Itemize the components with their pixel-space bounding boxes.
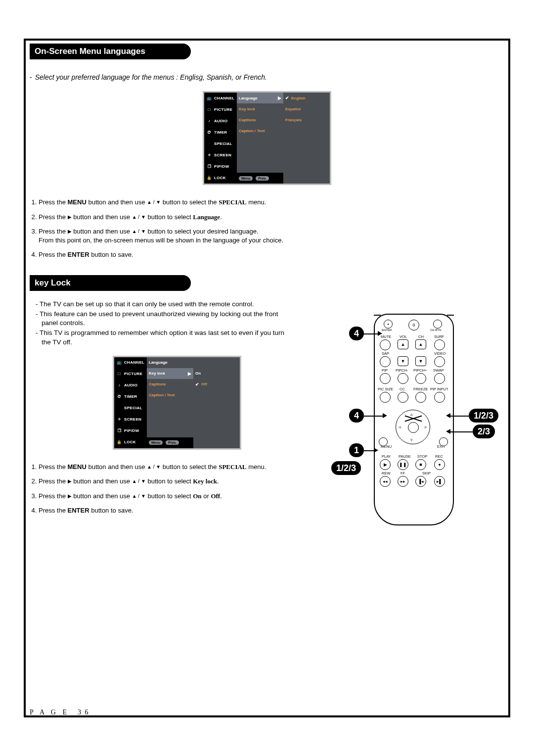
remote-zero-button: 0 xyxy=(408,320,419,331)
callout-23: 2/3 xyxy=(473,425,495,438)
osd-menu-languages: 📺CHANNEL □PICTURE ♪AUDIO ⏱TIMER SPECIAL … xyxy=(203,91,331,185)
callout-4b: 4 xyxy=(349,409,364,423)
remote-dpad: ▵▿◃▹ xyxy=(396,410,430,444)
remote-chbtn-button xyxy=(433,320,442,329)
section-title-languages: On-Screen Menu languages xyxy=(30,44,191,59)
remote-enter-label: ENTER xyxy=(382,329,392,331)
page-number: P A G E 3 6 xyxy=(30,709,89,716)
osd-menu-keylock: 📺CHANNEL □PICTURE ♪AUDIO ⏱TIMER SPECIAL … xyxy=(113,356,241,450)
keylock-notes: The TV can be set up so that it can only… xyxy=(30,300,293,347)
remote-chbtn-label: CH BTN xyxy=(430,329,441,331)
callout-4a: 4 xyxy=(349,327,364,340)
remote-menu-button xyxy=(379,437,388,446)
remote-exit-button xyxy=(439,437,448,446)
steps-languages: Press the MENU button and then use ▲ / ▼… xyxy=(30,198,504,259)
callout-1: 1 xyxy=(349,443,364,457)
intro-languages: -Select your preferred language for the … xyxy=(30,73,504,81)
section-title-keylock: key Lock xyxy=(30,275,191,291)
remote-enter-button: ● xyxy=(384,320,393,329)
callout-123b: 1/2/3 xyxy=(469,409,498,423)
callout-123a: 1/2/3 xyxy=(331,461,361,475)
remote-diagram: ● ENTER 0 CH BTN MUTE VOL CH SURF ▲ ▲ SA… xyxy=(328,321,506,543)
